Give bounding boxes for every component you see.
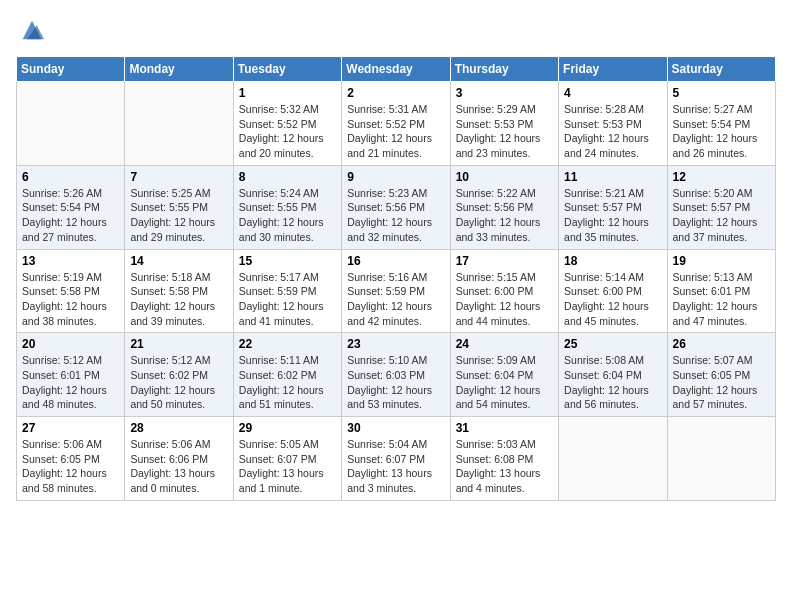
day-number: 7 [130, 170, 227, 184]
day-info: Sunrise: 5:12 AMSunset: 6:02 PMDaylight:… [130, 353, 227, 412]
day-info: Sunrise: 5:24 AMSunset: 5:55 PMDaylight:… [239, 186, 336, 245]
day-number: 23 [347, 337, 444, 351]
calendar-day-cell: 1Sunrise: 5:32 AMSunset: 5:52 PMDaylight… [233, 82, 341, 166]
day-info: Sunrise: 5:06 AMSunset: 6:05 PMDaylight:… [22, 437, 119, 496]
weekday-header-cell: Saturday [667, 57, 775, 82]
calendar-day-cell: 4Sunrise: 5:28 AMSunset: 5:53 PMDaylight… [559, 82, 667, 166]
calendar-day-cell: 24Sunrise: 5:09 AMSunset: 6:04 PMDayligh… [450, 333, 558, 417]
day-number: 24 [456, 337, 553, 351]
day-info: Sunrise: 5:13 AMSunset: 6:01 PMDaylight:… [673, 270, 770, 329]
day-number: 29 [239, 421, 336, 435]
day-info: Sunrise: 5:25 AMSunset: 5:55 PMDaylight:… [130, 186, 227, 245]
calendar-day-cell [17, 82, 125, 166]
calendar-day-cell: 3Sunrise: 5:29 AMSunset: 5:53 PMDaylight… [450, 82, 558, 166]
day-info: Sunrise: 5:05 AMSunset: 6:07 PMDaylight:… [239, 437, 336, 496]
day-number: 17 [456, 254, 553, 268]
day-number: 1 [239, 86, 336, 100]
calendar-week-row: 6Sunrise: 5:26 AMSunset: 5:54 PMDaylight… [17, 165, 776, 249]
calendar-day-cell: 27Sunrise: 5:06 AMSunset: 6:05 PMDayligh… [17, 417, 125, 501]
day-info: Sunrise: 5:12 AMSunset: 6:01 PMDaylight:… [22, 353, 119, 412]
day-number: 18 [564, 254, 661, 268]
calendar-day-cell: 19Sunrise: 5:13 AMSunset: 6:01 PMDayligh… [667, 249, 775, 333]
calendar-body: 1Sunrise: 5:32 AMSunset: 5:52 PMDaylight… [17, 82, 776, 501]
day-info: Sunrise: 5:26 AMSunset: 5:54 PMDaylight:… [22, 186, 119, 245]
day-info: Sunrise: 5:07 AMSunset: 6:05 PMDaylight:… [673, 353, 770, 412]
day-number: 16 [347, 254, 444, 268]
calendar-day-cell: 26Sunrise: 5:07 AMSunset: 6:05 PMDayligh… [667, 333, 775, 417]
day-info: Sunrise: 5:18 AMSunset: 5:58 PMDaylight:… [130, 270, 227, 329]
weekday-header-cell: Sunday [17, 57, 125, 82]
day-number: 5 [673, 86, 770, 100]
day-info: Sunrise: 5:10 AMSunset: 6:03 PMDaylight:… [347, 353, 444, 412]
calendar-day-cell: 20Sunrise: 5:12 AMSunset: 6:01 PMDayligh… [17, 333, 125, 417]
calendar-day-cell [125, 82, 233, 166]
day-number: 10 [456, 170, 553, 184]
calendar-week-row: 1Sunrise: 5:32 AMSunset: 5:52 PMDaylight… [17, 82, 776, 166]
weekday-header-cell: Tuesday [233, 57, 341, 82]
calendar-day-cell: 2Sunrise: 5:31 AMSunset: 5:52 PMDaylight… [342, 82, 450, 166]
day-number: 15 [239, 254, 336, 268]
day-number: 12 [673, 170, 770, 184]
day-info: Sunrise: 5:15 AMSunset: 6:00 PMDaylight:… [456, 270, 553, 329]
day-number: 30 [347, 421, 444, 435]
day-info: Sunrise: 5:21 AMSunset: 5:57 PMDaylight:… [564, 186, 661, 245]
day-info: Sunrise: 5:16 AMSunset: 5:59 PMDaylight:… [347, 270, 444, 329]
weekday-header-cell: Wednesday [342, 57, 450, 82]
day-info: Sunrise: 5:27 AMSunset: 5:54 PMDaylight:… [673, 102, 770, 161]
day-info: Sunrise: 5:31 AMSunset: 5:52 PMDaylight:… [347, 102, 444, 161]
logo [16, 16, 46, 44]
weekday-header-cell: Monday [125, 57, 233, 82]
day-info: Sunrise: 5:03 AMSunset: 6:08 PMDaylight:… [456, 437, 553, 496]
calendar-day-cell: 28Sunrise: 5:06 AMSunset: 6:06 PMDayligh… [125, 417, 233, 501]
calendar-day-cell: 14Sunrise: 5:18 AMSunset: 5:58 PMDayligh… [125, 249, 233, 333]
calendar-day-cell [559, 417, 667, 501]
day-info: Sunrise: 5:23 AMSunset: 5:56 PMDaylight:… [347, 186, 444, 245]
calendar-week-row: 13Sunrise: 5:19 AMSunset: 5:58 PMDayligh… [17, 249, 776, 333]
day-info: Sunrise: 5:14 AMSunset: 6:00 PMDaylight:… [564, 270, 661, 329]
day-number: 25 [564, 337, 661, 351]
day-info: Sunrise: 5:08 AMSunset: 6:04 PMDaylight:… [564, 353, 661, 412]
day-info: Sunrise: 5:19 AMSunset: 5:58 PMDaylight:… [22, 270, 119, 329]
day-number: 2 [347, 86, 444, 100]
calendar-day-cell: 21Sunrise: 5:12 AMSunset: 6:02 PMDayligh… [125, 333, 233, 417]
calendar-day-cell: 29Sunrise: 5:05 AMSunset: 6:07 PMDayligh… [233, 417, 341, 501]
day-info: Sunrise: 5:09 AMSunset: 6:04 PMDaylight:… [456, 353, 553, 412]
calendar-day-cell: 7Sunrise: 5:25 AMSunset: 5:55 PMDaylight… [125, 165, 233, 249]
day-info: Sunrise: 5:20 AMSunset: 5:57 PMDaylight:… [673, 186, 770, 245]
day-number: 21 [130, 337, 227, 351]
weekday-header-cell: Friday [559, 57, 667, 82]
calendar-table: SundayMondayTuesdayWednesdayThursdayFrid… [16, 56, 776, 501]
day-info: Sunrise: 5:22 AMSunset: 5:56 PMDaylight:… [456, 186, 553, 245]
calendar-day-cell: 25Sunrise: 5:08 AMSunset: 6:04 PMDayligh… [559, 333, 667, 417]
day-number: 20 [22, 337, 119, 351]
calendar-day-cell: 23Sunrise: 5:10 AMSunset: 6:03 PMDayligh… [342, 333, 450, 417]
calendar-day-cell: 31Sunrise: 5:03 AMSunset: 6:08 PMDayligh… [450, 417, 558, 501]
day-info: Sunrise: 5:32 AMSunset: 5:52 PMDaylight:… [239, 102, 336, 161]
logo-icon [18, 16, 46, 44]
day-number: 8 [239, 170, 336, 184]
calendar-day-cell: 8Sunrise: 5:24 AMSunset: 5:55 PMDaylight… [233, 165, 341, 249]
calendar-day-cell: 30Sunrise: 5:04 AMSunset: 6:07 PMDayligh… [342, 417, 450, 501]
day-number: 9 [347, 170, 444, 184]
day-number: 13 [22, 254, 119, 268]
calendar-day-cell: 13Sunrise: 5:19 AMSunset: 5:58 PMDayligh… [17, 249, 125, 333]
calendar-day-cell: 15Sunrise: 5:17 AMSunset: 5:59 PMDayligh… [233, 249, 341, 333]
day-number: 22 [239, 337, 336, 351]
day-number: 31 [456, 421, 553, 435]
day-number: 27 [22, 421, 119, 435]
day-info: Sunrise: 5:11 AMSunset: 6:02 PMDaylight:… [239, 353, 336, 412]
day-number: 3 [456, 86, 553, 100]
day-number: 6 [22, 170, 119, 184]
day-number: 19 [673, 254, 770, 268]
calendar-day-cell: 22Sunrise: 5:11 AMSunset: 6:02 PMDayligh… [233, 333, 341, 417]
weekday-header-cell: Thursday [450, 57, 558, 82]
weekday-header-row: SundayMondayTuesdayWednesdayThursdayFrid… [17, 57, 776, 82]
day-number: 28 [130, 421, 227, 435]
calendar-day-cell: 17Sunrise: 5:15 AMSunset: 6:00 PMDayligh… [450, 249, 558, 333]
day-info: Sunrise: 5:29 AMSunset: 5:53 PMDaylight:… [456, 102, 553, 161]
calendar-week-row: 20Sunrise: 5:12 AMSunset: 6:01 PMDayligh… [17, 333, 776, 417]
calendar-day-cell: 11Sunrise: 5:21 AMSunset: 5:57 PMDayligh… [559, 165, 667, 249]
page-header [16, 16, 776, 44]
day-info: Sunrise: 5:28 AMSunset: 5:53 PMDaylight:… [564, 102, 661, 161]
calendar-day-cell: 16Sunrise: 5:16 AMSunset: 5:59 PMDayligh… [342, 249, 450, 333]
